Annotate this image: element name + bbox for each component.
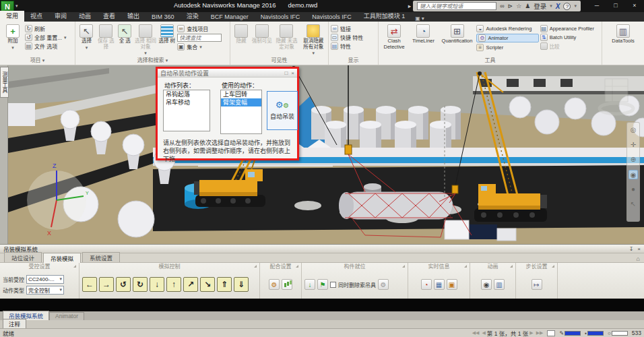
select-button[interactable]: ↖ 选择 ▾ xyxy=(77,23,96,57)
search-icon[interactable]: ∞ xyxy=(500,3,504,9)
last-sheet-button[interactable]: ▶▶ xyxy=(536,330,544,336)
unhide-all-button[interactable]: 取消隐藏 所有对象 ▾ xyxy=(300,23,326,57)
tab-bim360[interactable]: BIM 360 xyxy=(146,13,181,22)
tab-tool-addins[interactable]: 工具附加模块 1 xyxy=(358,11,412,22)
reset-all-button[interactable]: ↺ 全部 重置... ▾ xyxy=(25,34,66,41)
animation-camera-icon[interactable]: ◉ xyxy=(481,279,492,290)
dialog-close-icon[interactable]: × xyxy=(291,70,294,76)
group-label-project[interactable]: 项目 ▾ xyxy=(0,57,75,65)
appearance-profiler-button[interactable]: ▤ Appearance Profiler xyxy=(540,25,600,32)
favorites-star-icon[interactable]: ☆ xyxy=(516,3,521,9)
tab-home[interactable]: 常用 xyxy=(0,11,24,22)
maximize-button[interactable]: □ xyxy=(606,0,625,12)
realtime-clipboard-icon[interactable]: ▣ xyxy=(447,279,457,290)
quick-properties-button[interactable]: ▭ 快捷 特性 xyxy=(331,34,363,41)
dock-tab-animator[interactable]: Animator xyxy=(49,312,84,320)
find-items-button[interactable]: ∞ 查找项目 xyxy=(177,25,228,32)
hook-up-button[interactable]: ↑ xyxy=(166,277,181,292)
orbit-icon[interactable]: ◉ xyxy=(629,170,638,179)
timeliner-button[interactable]: ◔ TimeLiner xyxy=(409,23,437,57)
animator-button[interactable]: ⚙ Animator xyxy=(476,34,538,42)
tab-render[interactable]: 渲染 xyxy=(181,11,205,22)
prev-sheet-button[interactable]: ◀ xyxy=(482,330,485,336)
slew-ccw-button[interactable]: ↺ xyxy=(116,277,131,292)
help-caret-icon[interactable]: ▾ xyxy=(574,3,577,9)
auto-lift-button[interactable]: ⚙⚙ 自动吊装 xyxy=(267,91,298,130)
infocenter-expand-icon[interactable]: ▸ xyxy=(408,3,412,9)
hook-down-button[interactable]: ↓ xyxy=(150,277,164,292)
sign-in-caret-icon[interactable]: ▾ xyxy=(550,3,552,9)
slew-cw-button[interactable]: ↻ xyxy=(133,277,148,292)
boom-luff-down-button[interactable]: ↘ xyxy=(200,277,215,292)
quick-find-input[interactable] xyxy=(177,34,222,42)
tab-review[interactable]: 审阅 xyxy=(49,11,73,22)
selection-tree-button[interactable]: 选择 树 xyxy=(158,23,176,57)
panel-tab-lifting-simulation[interactable]: 吊装模拟 xyxy=(43,253,81,263)
checkbox-box[interactable] xyxy=(330,282,336,288)
annotation-tab[interactable]: 注释 xyxy=(3,319,26,328)
crane-move-right-button[interactable]: → xyxy=(99,277,114,292)
delete-rigging-checkbox[interactable]: 同时删除索吊具 xyxy=(330,281,376,288)
used-actions-listbox[interactable]: 上车回转 臂架变幅 xyxy=(220,90,262,134)
view-style-icon[interactable]: ▣ xyxy=(415,16,420,22)
next-sheet-button[interactable]: ▶ xyxy=(529,330,533,336)
tab-viewpoint[interactable]: 视点 xyxy=(24,11,49,22)
action-item[interactable]: 吊车移动 xyxy=(164,98,210,106)
coordination-tools-icon[interactable]: ⚙ xyxy=(269,279,280,290)
view-style-caret-icon[interactable]: ▾ xyxy=(422,16,424,22)
scripter-button[interactable]: ≡ Scripter xyxy=(476,44,538,51)
sets-button[interactable]: ▣ 集合 ▾ xyxy=(177,43,228,51)
tab-navistools-ifc-1[interactable]: Navistools IFC xyxy=(255,13,307,22)
search-input[interactable] xyxy=(417,2,496,10)
hide-button[interactable]: 隐藏 xyxy=(232,23,250,57)
action-type-select[interactable]: 完全控制 ▾ xyxy=(26,286,64,295)
autodesk-rendering-button[interactable]: ◒ Autodesk Rendering xyxy=(476,25,538,32)
account-person-icon[interactable]: ♟ xyxy=(525,3,530,9)
append-button[interactable]: + 附加 ▾ xyxy=(2,23,24,57)
minimize-button[interactable]: ─ xyxy=(587,0,606,12)
boom-luff-up-button[interactable]: ↗ xyxy=(183,277,198,292)
tab-output[interactable]: 输出 xyxy=(121,11,146,22)
panel-tab-station-design[interactable]: 站位设计 xyxy=(4,252,42,262)
batch-utility-button[interactable]: ⇅ Batch Utility xyxy=(540,34,600,41)
panel-close-icon[interactable]: × xyxy=(637,246,641,252)
compare-button[interactable]: 比较 xyxy=(540,42,600,50)
placement-settings-gear-icon[interactable]: ⚙ xyxy=(378,279,389,290)
send-feedback-icon[interactable]: ⊳ xyxy=(508,3,513,9)
save-selection-button[interactable]: 保存 选择 xyxy=(97,23,115,57)
finish-flag-icon[interactable]: ⚑ xyxy=(317,279,328,290)
require-button[interactable]: 强制可见 xyxy=(251,23,273,57)
exchange-apps-icon[interactable]: X xyxy=(556,3,560,10)
used-action-item[interactable]: 上车回转 xyxy=(221,90,261,98)
action-listbox[interactable]: 吊钩起落 吊车移动 xyxy=(163,90,210,131)
tab-view[interactable]: 查看 xyxy=(97,11,121,22)
animation-films-icon[interactable]: ▥ xyxy=(494,279,505,290)
tab-bcf-manager[interactable]: BCF Manager xyxy=(205,13,255,22)
viewport-3d[interactable]: 测量工具 xyxy=(0,65,644,244)
look-around-icon[interactable]: ● xyxy=(629,185,638,194)
select-same-button[interactable]: 选择 相同对象 ▾ xyxy=(135,23,157,57)
crawler-lower-button[interactable]: ⇓ xyxy=(234,277,249,292)
tab-animation[interactable]: 动画 xyxy=(73,11,97,22)
used-action-item-selected[interactable]: 臂架变幅 xyxy=(221,98,261,106)
coordination-stats-icon[interactable] xyxy=(282,279,292,290)
select-all-button[interactable]: ↖ 全 选 xyxy=(117,23,133,57)
datatools-button[interactable]: ▥ DataTools xyxy=(606,23,641,57)
sheet-browser-icon[interactable] xyxy=(547,330,555,336)
refresh-button[interactable]: ↻ 刷新 xyxy=(25,25,66,32)
sign-in-button[interactable]: 登录 xyxy=(534,1,546,11)
action-item[interactable]: 吊钩起落 xyxy=(164,90,210,98)
panel-home-icon[interactable]: ⌂ xyxy=(637,255,640,262)
quantification-button[interactable]: ⊞ Quantification xyxy=(439,23,476,57)
steering-wheel-icon[interactable]: ◎ xyxy=(629,125,638,135)
close-button[interactable]: × xyxy=(625,0,644,12)
crane-move-left-button[interactable]: ← xyxy=(82,277,97,292)
walk-icon[interactable]: ↖ xyxy=(629,200,638,209)
file-options-button[interactable]: ▤ 文件 选项 xyxy=(25,42,66,50)
first-sheet-button[interactable]: ◀◀ xyxy=(472,330,480,336)
properties-button[interactable]: ▤ 特性 xyxy=(331,42,363,50)
hide-unselected-button[interactable]: 隐藏 未选定对象 xyxy=(274,23,300,57)
tab-navistools-ifc-2[interactable]: Navistools IFC xyxy=(306,13,358,22)
panel-tab-system-settings[interactable]: 系统设置 xyxy=(82,252,120,262)
panel-pin-icon[interactable]: ↧ xyxy=(629,246,634,252)
